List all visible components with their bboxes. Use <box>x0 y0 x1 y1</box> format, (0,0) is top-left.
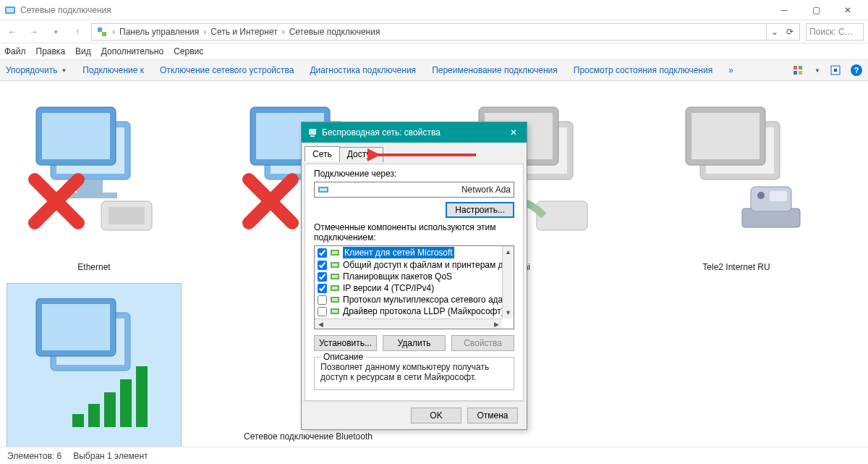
adapter-tele2[interactable]: Tele2 Internet RU <box>650 85 823 272</box>
crumb-2[interactable]: Сетевые подключения <box>286 27 383 37</box>
scroll-down-icon[interactable]: ▼ <box>503 307 514 319</box>
cmd-connect[interactable]: Подключение к <box>82 65 144 75</box>
cmd-rename[interactable]: Переименование подключения <box>432 65 558 75</box>
svg-rect-48 <box>309 129 316 135</box>
adapter-label: Tele2 Internet RU <box>702 259 770 272</box>
search-input[interactable]: Поиск: С… <box>806 23 864 41</box>
cmd-diagnose[interactable]: Диагностика подключения <box>310 65 416 75</box>
dialog-titlebar[interactable]: Беспроводная сеть: свойства ✕ <box>302 122 527 143</box>
cmd-status[interactable]: Просмотр состояния подключения <box>574 65 712 75</box>
cmd-disable[interactable]: Отключение сетевого устройства <box>160 65 294 75</box>
scroll-up-icon[interactable]: ▲ <box>503 246 514 258</box>
svg-rect-53 <box>332 251 338 254</box>
network-icon <box>96 26 108 38</box>
svg-rect-26 <box>104 392 116 427</box>
window-title: Сетевые подключения <box>20 5 111 15</box>
component-checkbox[interactable] <box>318 307 327 316</box>
cmd-more[interactable]: » <box>728 65 733 75</box>
svg-rect-23 <box>42 304 110 350</box>
svg-rect-2 <box>98 28 102 32</box>
menu-extra[interactable]: Дополнительно <box>101 46 163 56</box>
component-checkbox[interactable] <box>318 248 327 258</box>
adapter-icon <box>307 127 318 138</box>
cancel-button[interactable]: Отмена <box>467 408 518 423</box>
menu-file[interactable]: Файл <box>4 46 26 56</box>
component-icon <box>330 295 340 305</box>
components-list[interactable]: Клиент для сетей MicrosoftОбщий доступ к… <box>314 245 514 329</box>
component-row[interactable]: IP версии 4 (TCP/IPv4) <box>315 282 502 294</box>
component-label: Планировщик пакетов QoS <box>343 271 452 282</box>
help-icon[interactable]: ? <box>851 64 862 76</box>
refresh-button[interactable]: ⟳ <box>783 24 799 40</box>
component-checkbox[interactable] <box>318 261 327 270</box>
maximize-button[interactable]: ▢ <box>800 0 832 20</box>
component-icon <box>330 283 340 293</box>
chevron-down-icon[interactable]: ▼ <box>814 67 820 74</box>
tab-network[interactable]: Сеть <box>305 146 340 161</box>
component-icon <box>330 271 340 282</box>
component-row[interactable]: Протокол мультиплексора сетевого адаптер… <box>315 294 502 305</box>
scrollbar-vertical[interactable]: ▲ ▼ <box>502 246 514 319</box>
menu-service[interactable]: Сервис <box>174 46 203 56</box>
back-button[interactable]: ← <box>4 24 20 40</box>
component-icon <box>330 260 340 270</box>
recent-button[interactable]: ▾ <box>48 24 64 40</box>
adapter-name-field: Network Ada <box>314 182 514 198</box>
adapter-wireless[interactable]: Беспроводная сеть <box>7 284 181 464</box>
view-options-icon[interactable] <box>793 65 803 75</box>
dialog-title: Беспроводная сеть: свойства <box>322 127 441 138</box>
status-selected: Выбран 1 элемент <box>73 451 148 461</box>
dialog-close-button[interactable]: ✕ <box>506 127 521 138</box>
nic-icon <box>318 184 329 195</box>
cmd-organize[interactable]: Упорядочить▼ <box>6 65 67 75</box>
properties-button[interactable]: Свойства <box>451 335 514 351</box>
minimize-button[interactable]: ─ <box>768 0 800 20</box>
gear-icon[interactable] <box>830 65 841 75</box>
configure-button[interactable]: Настроить... <box>446 202 514 218</box>
crumb-0[interactable]: Панель управления <box>116 27 202 37</box>
install-button[interactable]: Установить... <box>314 335 377 351</box>
menu-view[interactable]: Вид <box>75 46 91 56</box>
adapter-ethernet[interactable]: Ethernet <box>7 85 181 272</box>
ok-button[interactable]: OK <box>411 408 461 423</box>
component-row[interactable]: Планировщик пакетов QoS <box>315 271 502 282</box>
svg-rect-49 <box>310 135 315 137</box>
svg-rect-51 <box>320 188 327 191</box>
component-checkbox[interactable] <box>318 295 327 305</box>
forward-button[interactable]: → <box>26 24 42 40</box>
scrollbar-horizontal[interactable]: ◀ ▶ <box>315 319 502 329</box>
tab-access[interactable]: Доступ <box>339 147 383 162</box>
chevron-down-icon: ▼ <box>61 67 67 74</box>
app-icon <box>4 4 16 16</box>
component-checkbox[interactable] <box>318 284 327 293</box>
svg-rect-15 <box>42 113 110 159</box>
connect-via-label: Подключение через: <box>314 169 514 179</box>
component-row[interactable]: Драйвер протокола LLDP (Майкрософт) <box>315 305 502 317</box>
svg-rect-24 <box>72 414 84 427</box>
close-button[interactable]: ✕ <box>832 0 864 20</box>
adapter-name-text: Network Ada <box>461 185 511 195</box>
breadcrumb[interactable]: › Панель управления › Сеть и Интернет › … <box>91 23 800 41</box>
remove-button[interactable]: Удалить <box>383 335 446 351</box>
dropdown-button[interactable]: ⌄ <box>767 24 783 40</box>
component-checkbox[interactable] <box>318 272 327 282</box>
component-label: IP версии 4 (TCP/IPv4) <box>343 283 434 293</box>
component-row[interactable]: Общий доступ к файлам и принтерам для се… <box>315 259 502 271</box>
up-button[interactable]: ↑ <box>69 24 85 40</box>
description-legend: Описание <box>320 352 366 362</box>
description-group: Описание Позволяет данному компьютеру по… <box>314 357 514 390</box>
menu-edit[interactable]: Правка <box>36 46 66 56</box>
properties-dialog: Беспроводная сеть: свойства ✕ Сеть Досту… <box>301 122 527 430</box>
component-label: Клиент для сетей Microsoft <box>343 247 454 258</box>
crumb-1[interactable]: Сеть и Интернет <box>208 27 280 37</box>
svg-point-46 <box>757 192 765 199</box>
window-titlebar: Сетевые подключения ─ ▢ ✕ <box>0 0 868 20</box>
component-label: Драйвер протокола LLDP (Майкрософт) <box>343 306 502 316</box>
scroll-right-icon[interactable]: ▶ <box>490 319 502 329</box>
chevron-right-icon: › <box>281 27 286 37</box>
component-icon <box>330 248 340 258</box>
component-row[interactable]: Клиент для сетей Microsoft <box>315 246 502 259</box>
component-label: Общий доступ к файлам и принтерам для се… <box>343 260 502 270</box>
scroll-left-icon[interactable]: ◀ <box>315 319 326 329</box>
svg-rect-25 <box>88 404 100 427</box>
